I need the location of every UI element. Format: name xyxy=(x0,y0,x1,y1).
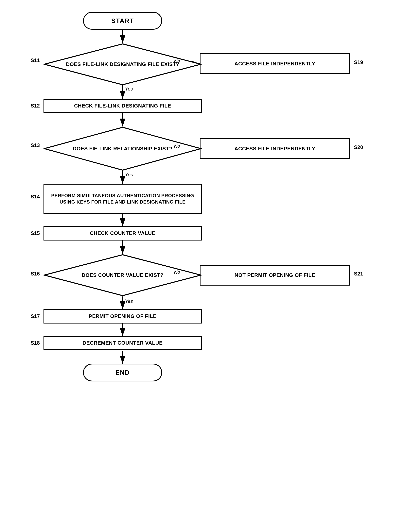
s16-yes-label: Yes xyxy=(125,298,133,304)
s18-label: S18 xyxy=(31,340,40,346)
end-shape: END xyxy=(83,364,162,381)
s16-text: DOES COUNTER VALUE EXIST? xyxy=(82,272,164,279)
s12-box: CHECK FILE-LINK DESIGNATING FILE xyxy=(44,99,202,113)
s21-label: S21 xyxy=(354,271,363,277)
flowchart: START DOES FILE-LINK DESIGNATING FILE EX… xyxy=(0,0,402,532)
s11-text: DOES FILE-LINK DESIGNATING FILE EXIST? xyxy=(66,61,179,68)
s20-label: S20 xyxy=(354,144,363,150)
start-shape: START xyxy=(83,12,162,30)
s13-no-label: No xyxy=(174,143,180,149)
s13-yes-label: Yes xyxy=(125,172,133,177)
s12-label: S12 xyxy=(31,103,40,109)
s11-label: S11 xyxy=(31,57,40,63)
s13-text: DOES FIE-LINK RELATIONSHIP EXIST? xyxy=(73,146,172,152)
s11-yes-label: Yes xyxy=(125,86,133,92)
s21-box: NOT PERMIT OPENING OF FILE xyxy=(200,265,350,285)
s13-label: S13 xyxy=(31,142,40,148)
s14-box: PERFORM SIMULTANEOUS AUTHENTICATION PROC… xyxy=(44,184,202,214)
s15-box: CHECK COUNTER VALUE xyxy=(44,226,202,241)
s14-label: S14 xyxy=(31,194,40,200)
s16-diamond: DOES COUNTER VALUE EXIST? xyxy=(44,254,202,297)
s17-label: S17 xyxy=(31,313,40,319)
s19-label: S19 xyxy=(354,59,363,65)
s15-label: S15 xyxy=(31,230,40,236)
s18-box: DECREMENT COUNTER VALUE xyxy=(44,336,202,350)
s17-box: PERMIT OPENING OF FILE xyxy=(44,309,202,323)
s11-diamond: DOES FILE-LINK DESIGNATING FILE EXIST? xyxy=(44,43,202,86)
s20-box: ACCESS FILE INDEPENDENTLY xyxy=(200,138,350,159)
s16-no-label: No xyxy=(174,269,180,275)
s11-diamond-container: DOES FILE-LINK DESIGNATING FILE EXIST? xyxy=(44,43,202,86)
s16-diamond-container: DOES COUNTER VALUE EXIST? xyxy=(44,254,202,297)
s19-box: ACCESS FILE INDEPENDENTLY xyxy=(200,53,350,74)
s16-label: S16 xyxy=(31,271,40,277)
